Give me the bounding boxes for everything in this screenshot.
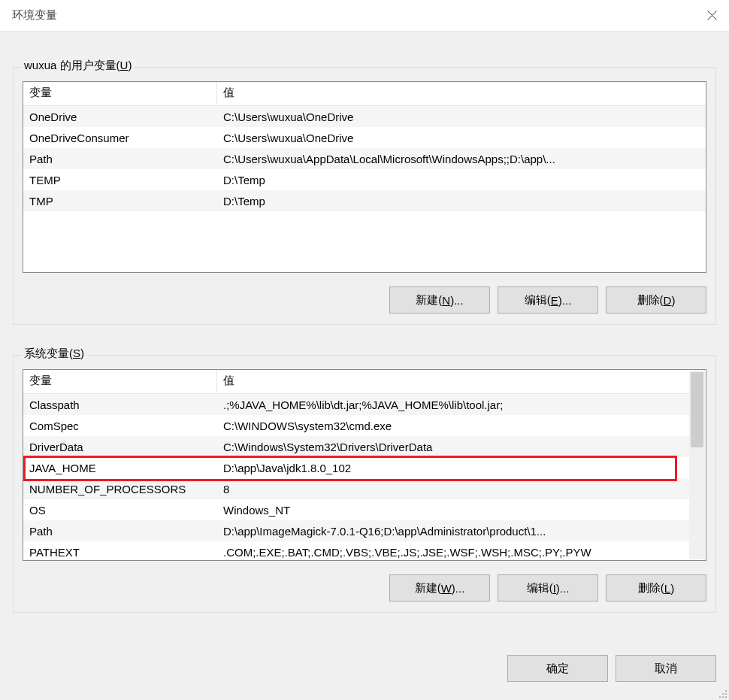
table-row[interactable]: OS Windows_NT <box>23 499 689 520</box>
user-variables-group: wuxua 的用户变量(U) 变量 值 OneDrive C:\Users\wu… <box>13 67 716 325</box>
window-title: 环境变量 <box>12 8 57 23</box>
system-delete-button[interactable]: 删除(L) <box>606 574 706 602</box>
user-variables-legend: wuxua 的用户变量(U) <box>21 59 135 73</box>
cancel-button[interactable]: 取消 <box>616 655 716 682</box>
user-header-variable[interactable]: 变量 <box>23 82 217 105</box>
table-row[interactable]: Classpath .;%JAVA_HOME%\lib\dt.jar;%JAVA… <box>23 394 689 415</box>
system-header-value[interactable]: 值 <box>217 370 706 393</box>
user-delete-button[interactable]: 删除(D) <box>606 286 706 314</box>
user-list-rows: OneDrive C:\Users\wuxua\OneDrive OneDriv… <box>23 106 706 272</box>
var-value: D:\app\ImageMagick-7.0.1-Q16;D:\app\Admi… <box>217 525 689 538</box>
user-list-header[interactable]: 变量 值 <box>23 82 706 106</box>
system-variables-legend: 系统变量(S) <box>21 347 87 361</box>
table-row[interactable]: PATHEXT .COM;.EXE;.BAT;.CMD;.VBS;.VBE;.J… <box>23 541 689 560</box>
user-edit-button[interactable]: 编辑(E)... <box>498 286 598 314</box>
var-name: Classpath <box>23 398 217 411</box>
svg-point-3 <box>722 693 724 695</box>
var-name: TEMP <box>23 174 217 186</box>
resize-grip[interactable] <box>717 688 727 698</box>
var-value: D:\app\Java\jdk1.8.0_102 <box>217 462 689 474</box>
svg-point-7 <box>725 696 727 698</box>
system-header-variable[interactable]: 变量 <box>23 370 217 393</box>
system-variables-list[interactable]: 变量 值 Classpath .;%JAVA_HOME%\lib\dt.jar;… <box>23 369 706 561</box>
ok-button[interactable]: 确定 <box>507 655 608 682</box>
table-row[interactable]: JAVA_HOME D:\app\Java\jdk1.8.0_102 <box>23 457 689 478</box>
system-variables-group: 系统变量(S) 变量 值 Classpath .;%JAVA_HOME%\lib… <box>13 355 716 613</box>
var-name: ComSpec <box>23 420 217 432</box>
svg-point-6 <box>722 696 724 698</box>
user-header-value[interactable]: 值 <box>217 82 706 105</box>
var-name: TMP <box>23 195 217 208</box>
var-name: JAVA_HOME <box>23 462 217 474</box>
var-name: Path <box>23 525 217 538</box>
system-scrollbar[interactable] <box>689 371 705 559</box>
var-name: Path <box>23 153 217 165</box>
dialog-footer: 确定 取消 <box>507 655 716 682</box>
var-name: PATHEXT <box>23 546 217 559</box>
svg-point-4 <box>725 693 727 695</box>
svg-point-5 <box>719 696 721 698</box>
var-name: DriverData <box>23 441 217 453</box>
system-list-rows: Classpath .;%JAVA_HOME%\lib\dt.jar;%JAVA… <box>23 394 689 560</box>
var-value: .;%JAVA_HOME%\lib\dt.jar;%JAVA_HOME%\lib… <box>217 398 689 411</box>
user-buttons-row: 新建(N)... 编辑(E)... 删除(D) <box>23 286 706 314</box>
title-bar: 环境变量 <box>0 0 729 32</box>
resize-grip-icon <box>717 688 727 698</box>
table-row[interactable]: Path C:\Users\wuxua\AppData\Local\Micros… <box>23 148 706 169</box>
system-list-header[interactable]: 变量 值 <box>23 370 706 394</box>
var-value: C:\WINDOWS\system32\cmd.exe <box>217 420 689 432</box>
system-buttons-row: 新建(W)... 编辑(I)... 删除(L) <box>23 574 706 602</box>
var-name: OneDrive <box>23 111 217 123</box>
dialog-body: wuxua 的用户变量(U) 变量 值 OneDrive C:\Users\wu… <box>0 32 729 700</box>
table-row[interactable]: ComSpec C:\WINDOWS\system32\cmd.exe <box>23 415 689 436</box>
table-row[interactable]: Path D:\app\ImageMagick-7.0.1-Q16;D:\app… <box>23 520 689 541</box>
system-new-button[interactable]: 新建(W)... <box>389 574 490 602</box>
user-variables-list[interactable]: 变量 值 OneDrive C:\Users\wuxua\OneDrive On… <box>23 81 706 273</box>
table-row[interactable]: TEMP D:\Temp <box>23 169 706 190</box>
var-value: C:\Users\wuxua\OneDrive <box>217 132 706 144</box>
scrollbar-thumb[interactable] <box>691 372 703 447</box>
close-button[interactable] <box>694 0 729 32</box>
svg-point-2 <box>725 690 727 692</box>
table-row[interactable]: TMP D:\Temp <box>23 190 706 211</box>
var-value: D:\Temp <box>217 174 706 186</box>
var-name: OneDriveConsumer <box>23 132 217 144</box>
var-value: 8 <box>217 483 689 495</box>
table-row[interactable]: NUMBER_OF_PROCESSORS 8 <box>23 478 689 499</box>
var-value: C:\Users\wuxua\AppData\Local\Microsoft\W… <box>217 153 706 165</box>
system-edit-button[interactable]: 编辑(I)... <box>498 574 598 602</box>
table-row[interactable]: DriverData C:\Windows\System32\Drivers\D… <box>23 436 689 457</box>
table-row[interactable]: OneDriveConsumer C:\Users\wuxua\OneDrive <box>23 127 706 148</box>
var-name: NUMBER_OF_PROCESSORS <box>23 483 217 495</box>
var-value: D:\Temp <box>217 195 706 208</box>
var-value: C:\Users\wuxua\OneDrive <box>217 111 706 123</box>
var-value: Windows_NT <box>217 504 689 517</box>
var-value: .COM;.EXE;.BAT;.CMD;.VBS;.VBE;.JS;.JSE;.… <box>217 546 689 559</box>
table-row[interactable]: OneDrive C:\Users\wuxua\OneDrive <box>23 106 706 127</box>
user-new-button[interactable]: 新建(N)... <box>389 286 490 314</box>
close-icon <box>707 11 717 20</box>
var-value: C:\Windows\System32\Drivers\DriverData <box>217 441 689 453</box>
var-name: OS <box>23 504 217 517</box>
